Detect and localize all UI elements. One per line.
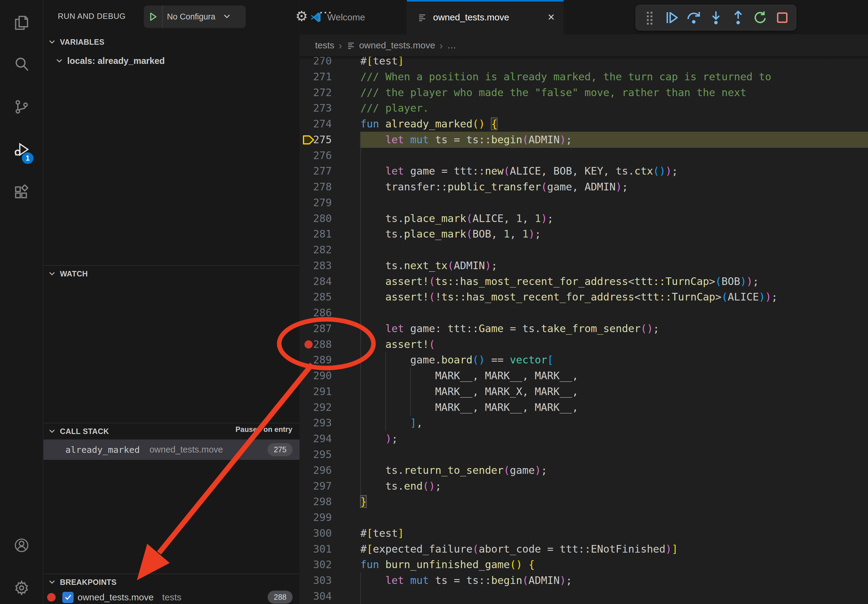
code-text: transfer::public_transfer(game, ADMIN); [360, 179, 628, 195]
gutter[interactable]: 288 [300, 336, 346, 352]
line-number: 299 [313, 510, 332, 525]
gutter[interactable]: 272 [300, 85, 346, 101]
gutter[interactable]: 271 [300, 69, 346, 85]
breakpoint-line-badge: 288 [268, 591, 293, 604]
gutter[interactable]: 284 [300, 273, 346, 289]
code-text: let mut ts = ts::begin(ADMIN); [360, 132, 572, 147]
restart-icon[interactable] [752, 9, 769, 26]
code-text: #[test] [360, 525, 404, 541]
line-number: 300 [313, 525, 332, 541]
gutter[interactable]: 287 [300, 321, 346, 336]
gutter[interactable]: 275 [300, 132, 346, 147]
gutter[interactable]: 283 [300, 258, 346, 273]
breakpoint-dot-icon[interactable] [304, 340, 313, 348]
chevron-down-icon [48, 269, 56, 278]
gutter[interactable]: 292 [300, 399, 346, 415]
gutter[interactable]: 291 [300, 384, 346, 399]
gutter[interactable]: 299 [300, 510, 346, 525]
run-and-debug-icon[interactable]: 1 [0, 133, 43, 166]
code-text: /// the player who made the "false" move… [360, 85, 746, 101]
code-text: ts.next_tx(ADMIN); [360, 258, 497, 273]
breadcrumb-chevron-icon: › [338, 40, 342, 51]
gutter[interactable]: 297 [300, 478, 346, 494]
breadcrumb-more[interactable]: … [447, 40, 456, 51]
breakpoint-enabled-checkbox[interactable] [62, 592, 74, 603]
source-control-icon[interactable] [0, 90, 43, 124]
extensions-icon[interactable] [0, 176, 43, 209]
code-line-284: 284 assert!(ts::has_most_recent_for_addr… [300, 273, 868, 289]
file-icon [417, 12, 427, 22]
call-stack-title: CALL STACK [60, 427, 109, 436]
variables-section-header[interactable]: VARIABLES [43, 34, 299, 50]
gutter[interactable]: 282 [300, 242, 346, 258]
debug-config-dropdown[interactable]: No Configura [144, 5, 246, 28]
continue-icon[interactable] [663, 9, 680, 26]
step-over-icon[interactable] [685, 9, 702, 26]
gutter[interactable]: 303 [300, 572, 346, 588]
gutter[interactable]: 295 [300, 446, 346, 462]
code-line-271: 271/// When a position is already marked… [300, 69, 868, 85]
variables-locals-row[interactable]: locals: already_marked [43, 53, 299, 69]
gutter[interactable]: 279 [300, 195, 346, 211]
editor-group: Welcome owned_tests.move ✕ tests › own [300, 0, 868, 604]
code-text: let game = ttt::new(ALICE, BOB, KEY, ts.… [360, 163, 678, 179]
debug-settings-gear-icon[interactable]: ⚙ [295, 5, 308, 27]
code-editor[interactable]: 270#[test]271/// When a position is alre… [300, 56, 868, 604]
breadcrumb-folder[interactable]: tests [315, 40, 334, 51]
code-line-285: 285 assert!(!ts::has_most_recent_for_add… [300, 289, 868, 305]
stop-icon[interactable] [774, 9, 791, 26]
locals-scope-label: locals: already_marked [67, 56, 165, 66]
tab-welcome[interactable]: Welcome [300, 0, 407, 34]
breakpoints-section-header[interactable]: BREAKPOINTS [43, 574, 299, 590]
settings-gear-icon[interactable] [0, 571, 43, 604]
breakpoint-list-item[interactable]: owned_tests.move tests 288 [43, 589, 299, 604]
step-out-icon[interactable] [730, 9, 747, 26]
gutter[interactable]: 296 [300, 462, 346, 478]
gutter[interactable]: 277 [300, 163, 346, 179]
gutter[interactable]: 300 [300, 525, 346, 541]
gutter[interactable]: 281 [300, 226, 346, 242]
code-line-292: 292 MARK__, MARK__, MARK__, [300, 399, 868, 415]
tab-owned-tests-move[interactable]: owned_tests.move ✕ [407, 0, 564, 34]
gutter[interactable]: 302 [300, 556, 346, 572]
activity-bar: 1 [0, 0, 43, 604]
line-number: 296 [313, 462, 332, 478]
gutter[interactable]: 276 [300, 147, 346, 163]
gutter[interactable]: 278 [300, 179, 346, 195]
code-line-282: 282 [300, 242, 868, 258]
gutter[interactable]: 298 [300, 494, 346, 510]
breakpoint-file-name: owned_tests.move [78, 592, 153, 602]
code-line-287: 287 let game: ttt::Game = ts.take_from_s… [300, 321, 868, 336]
breadcrumb[interactable]: tests › owned_tests.move › … [300, 34, 868, 56]
explorer-icon[interactable] [0, 6, 43, 40]
breadcrumb-file[interactable]: owned_tests.move [359, 40, 435, 51]
code-text: game.board() == vector[ [360, 352, 553, 368]
chevron-down-icon [222, 12, 231, 22]
call-stack-frame-row[interactable]: already_marked owned_tests.move 275 [43, 440, 299, 460]
tab-label: Welcome [327, 12, 365, 23]
step-into-icon[interactable] [707, 9, 724, 26]
code-text: let game: ttt::Game = ts.take_from_sende… [360, 321, 659, 336]
accounts-icon[interactable] [0, 528, 43, 562]
start-debug-icon[interactable] [144, 5, 163, 28]
search-icon[interactable] [0, 47, 43, 81]
indent-guide [360, 588, 361, 604]
gutter[interactable]: 280 [300, 211, 346, 226]
gutter[interactable]: 294 [300, 431, 346, 446]
code-text: } [360, 494, 366, 510]
gutter[interactable]: 304 [300, 588, 346, 604]
gutter[interactable]: 274 [300, 116, 346, 132]
gutter[interactable]: 286 [300, 305, 346, 321]
gutter[interactable]: 289 [300, 352, 346, 368]
gutter[interactable]: 285 [300, 289, 346, 305]
watch-section-header[interactable]: WATCH [43, 266, 299, 282]
line-number: 290 [313, 368, 332, 384]
gutter[interactable]: 290 [300, 368, 346, 384]
gutter[interactable]: 301 [300, 541, 346, 557]
code-line-272: 272/// the player who made the "false" m… [300, 85, 868, 101]
toolbar-drag-gripper-icon[interactable] [641, 9, 658, 26]
gutter[interactable]: 273 [300, 100, 346, 116]
close-icon[interactable]: ✕ [547, 12, 555, 23]
gutter[interactable]: 293 [300, 415, 346, 431]
more-actions-icon[interactable]: ··· [320, 7, 333, 19]
